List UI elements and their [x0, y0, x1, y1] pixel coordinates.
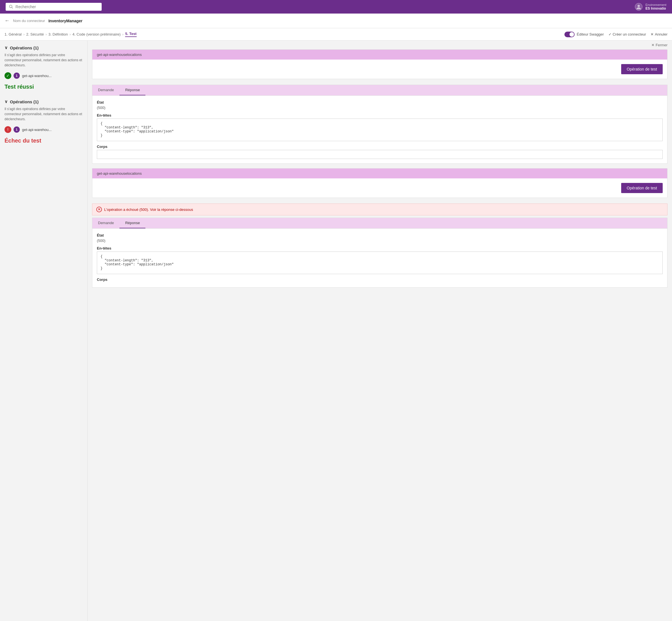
breadcrumb-actions: Éditeur Swagger ✓ Créer un connecteur ✕ … — [564, 32, 668, 37]
op-card-body-2: Opération de test — [92, 178, 667, 198]
operations-title-1: Opérations (1) — [10, 45, 39, 50]
collapse-icon-1: ∨ — [4, 45, 8, 50]
env-info: Environnement ES Innovatio — [645, 3, 666, 10]
right-panel: ✕ Fermer get-api-warehouselocations Opér… — [87, 41, 672, 621]
search-icon — [9, 4, 13, 9]
search-input[interactable] — [15, 4, 98, 9]
svg-line-1 — [12, 7, 13, 8]
close-label: Fermer — [656, 43, 668, 47]
svg-point-3 — [638, 5, 640, 7]
breadcrumb-definition[interactable]: 3. Définition — [48, 32, 68, 36]
test-result-success: Test réussi — [4, 84, 83, 90]
state-label-1: État — [97, 100, 663, 105]
error-notice-text: L'opération a échoué (500). Voir la répo… — [104, 207, 193, 212]
headers-code-2: { "content-length": "313", "content-type… — [97, 251, 663, 274]
op-card-header-2: get-api-warehouselocations — [92, 168, 667, 178]
tab-demande-2[interactable]: Demande — [92, 218, 119, 229]
body-label-2: Corps — [97, 278, 663, 282]
topbar: Environnement ES Innovatio — [0, 0, 672, 13]
error-notice-icon: ✕ — [96, 207, 102, 212]
op-badge-2: 1 — [13, 126, 20, 133]
state-value-2: (500) — [97, 239, 663, 243]
breadcrumb-general[interactable]: 1. Général — [4, 32, 22, 36]
operations-section-failure: ∨ Opérations (1) Il s'agit des opération… — [4, 99, 83, 144]
error-notice: ✕ L'opération a échoué (500). Voir la ré… — [92, 204, 668, 215]
op-badge-1: 1 — [13, 73, 20, 79]
operations-header-2[interactable]: ∨ Opérations (1) — [4, 99, 83, 104]
connector-label: Nom du connecteur — [13, 18, 45, 23]
response-body-2: État (500) En-têtes { "content-length": … — [92, 229, 667, 287]
operations-desc-2: Il s'agit des opérations définies par vo… — [4, 107, 83, 122]
body-label-1: Corps — [97, 144, 663, 149]
breadcrumb-code[interactable]: 4. Code (version préliminaire) — [73, 32, 121, 36]
swagger-toggle[interactable]: Éditeur Swagger — [564, 32, 604, 37]
navbar: ← Nom du connecteur InventoryManager — [0, 13, 672, 28]
op-name-2: get-api-warehou... — [22, 128, 52, 132]
topbar-right: Environnement ES Innovatio — [635, 3, 666, 11]
state-label-2: État — [97, 233, 663, 237]
test-result-fail: Échec du test — [4, 137, 83, 144]
response-tabs-2: Demande Réponse — [92, 218, 667, 229]
collapse-icon-2: ∨ — [4, 99, 8, 104]
headers-label-1: En-têtes — [97, 113, 663, 117]
success-icon: ✓ — [4, 72, 11, 79]
response-body-1: État (500) En-têtes { "content-length": … — [92, 96, 667, 163]
breadcrumb-security[interactable]: 2. Sécurité — [26, 32, 44, 36]
breadcrumb: 1. Général › 2. Sécurité › 3. Définition… — [0, 28, 672, 41]
op-card-2: get-api-warehouselocations Opération de … — [92, 168, 668, 198]
breadcrumb-test[interactable]: 5. Test — [125, 32, 136, 37]
op-name-1: get-api-warehou... — [22, 74, 52, 78]
op-card-body-1: Opération de test — [92, 59, 667, 79]
tab-demande-1[interactable]: Demande — [92, 85, 119, 95]
headers-code-1: { "content-length": "313", "content-type… — [97, 119, 663, 141]
operation-item-success[interactable]: ✓ 1 get-api-warehou... — [4, 71, 83, 80]
create-connector-button[interactable]: ✓ Créer un connecteur — [608, 32, 646, 36]
op-card-1: get-api-warehouselocations Opération de … — [92, 49, 668, 79]
back-button[interactable]: ← — [4, 18, 10, 24]
error-icon: ! — [4, 126, 11, 133]
op-card-header-1: get-api-warehouselocations — [92, 50, 667, 59]
body-code-1 — [97, 150, 663, 159]
search-box[interactable] — [6, 3, 102, 11]
response-section-2: Demande Réponse État (500) En-têtes { "c… — [92, 218, 668, 288]
close-bar[interactable]: ✕ Fermer — [87, 41, 672, 49]
operation-item-failure[interactable]: ! 1 get-api-warehou... — [4, 125, 83, 134]
operations-desc-1: Il s'agit des opérations définies par vo… — [4, 52, 83, 68]
close-icon: ✕ — [651, 43, 655, 47]
state-value-1: (500) — [97, 106, 663, 110]
connector-name: InventoryManager — [48, 18, 82, 23]
headers-label-2: En-têtes — [97, 246, 663, 250]
operations-section-success: ∨ Opérations (1) Il s'agit des opération… — [4, 45, 83, 90]
operations-header-1[interactable]: ∨ Opérations (1) — [4, 45, 83, 50]
cancel-button[interactable]: ✕ Annuler — [650, 32, 668, 36]
tab-reponse-1[interactable]: Réponse — [119, 85, 146, 95]
tab-reponse-2[interactable]: Réponse — [119, 218, 146, 229]
sidebar: ∨ Opérations (1) Il s'agit des opération… — [0, 41, 87, 621]
test-button-1[interactable]: Opération de test — [621, 64, 663, 74]
main-content: ∨ Opérations (1) Il s'agit des opération… — [0, 41, 672, 621]
response-section-1: Demande Réponse État (500) En-têtes { "c… — [92, 85, 668, 164]
swagger-label: Éditeur Swagger — [577, 32, 604, 36]
user-icon — [635, 3, 643, 11]
operations-title-2: Opérations (1) — [10, 99, 39, 104]
swagger-toggle-switch[interactable] — [564, 32, 575, 37]
test-button-2[interactable]: Opération de test — [621, 183, 663, 193]
response-tabs-1: Demande Réponse — [92, 85, 667, 96]
